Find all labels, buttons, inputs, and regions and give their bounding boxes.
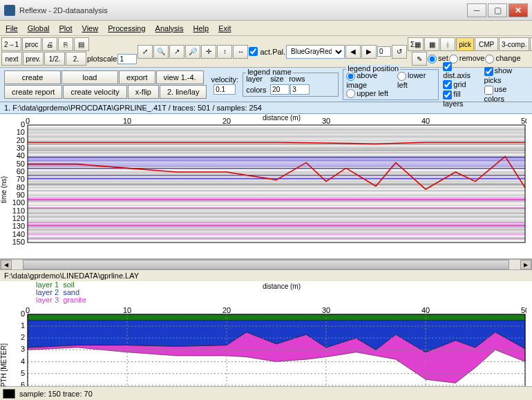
svg-text:20: 20: [222, 306, 231, 314]
window-titlebar: Reflexw - 2D-dataanalysis ─ ▢ ✕: [0, 0, 532, 21]
tool-proc-icon[interactable]: proc: [22, 37, 41, 51]
opt-above[interactable]: above image: [346, 71, 397, 89]
view14-button[interactable]: view 1.-4.: [156, 70, 204, 84]
cmp-button[interactable]: CMP: [475, 37, 498, 51]
copy-icon[interactable]: ⎘: [58, 37, 73, 51]
controls-panel: create load export view 1.-4. create rep…: [0, 68, 532, 102]
cross-icon[interactable]: ✛: [201, 45, 216, 59]
svg-text:10: 10: [123, 306, 131, 314]
app-icon: [4, 5, 15, 16]
palette-right-icon[interactable]: ▶: [361, 45, 377, 59]
chk-distaxis[interactable]: dist.axis: [443, 61, 479, 79]
svg-text:120: 120: [12, 214, 25, 222]
svg-text:0: 0: [21, 309, 25, 318]
grid-icon[interactable]: ▦: [424, 37, 439, 51]
linelay-button[interactable]: 2. line/lay: [160, 85, 207, 99]
palette-offset-input[interactable]: [377, 46, 391, 57]
size-input[interactable]: [270, 84, 289, 95]
svg-text:1: 1: [21, 321, 25, 330]
create-button[interactable]: create: [4, 70, 61, 84]
create-report-button[interactable]: create report: [4, 85, 62, 99]
sum-icon[interactable]: Σ▦: [408, 37, 424, 51]
palette-left-icon[interactable]: ◀: [345, 45, 361, 59]
plotscale-label: plotscale: [87, 55, 117, 63]
doc-icon[interactable]: ▤: [74, 37, 89, 51]
menu-global[interactable]: Global: [28, 24, 50, 32]
colors-label: colors: [246, 86, 269, 94]
svg-text:40: 40: [421, 117, 430, 125]
menu-exit[interactable]: Exit: [218, 24, 231, 32]
menu-plot[interactable]: Plot: [59, 24, 73, 32]
measure-icon[interactable]: ⟊: [440, 37, 455, 51]
pick-button[interactable]: pick: [456, 37, 474, 51]
expand-v-icon[interactable]: ↕: [217, 45, 232, 59]
chart2-xlabel: distance (m): [263, 283, 301, 290]
zoomout-icon[interactable]: 🔎: [185, 45, 200, 59]
svg-text:130: 130: [12, 222, 25, 230]
zoomfit-icon[interactable]: ⤢: [137, 45, 153, 59]
svg-text:4: 4: [21, 357, 25, 365]
chart1-scrollbar[interactable]: ◀▶: [0, 259, 532, 270]
svg-text:30: 30: [322, 306, 330, 314]
legendname-legend: legend name: [246, 68, 293, 76]
actpal-label: act.Pal.: [260, 48, 285, 56]
svg-text:50: 50: [521, 117, 526, 125]
frac-button[interactable]: 1/2.: [44, 52, 65, 66]
chk-showpicks[interactable]: show picks: [484, 66, 528, 84]
next-button[interactable]: next: [1, 52, 22, 66]
svg-text:5: 5: [21, 369, 25, 377]
menu-view[interactable]: View: [82, 24, 99, 32]
expand-h-icon[interactable]: ↔: [233, 45, 248, 59]
opt-lowerleft[interactable]: lower left: [397, 71, 435, 89]
svg-text:10: 10: [123, 117, 131, 125]
maximize-button[interactable]: ▢: [488, 3, 507, 17]
zoomin-icon[interactable]: 🔍: [153, 45, 169, 59]
svg-text:50: 50: [17, 160, 25, 168]
opt-upperleft[interactable]: upper left: [346, 89, 388, 99]
chart1-xlabel: distance (m): [263, 114, 301, 122]
plotscale-input[interactable]: [117, 54, 137, 64]
legendpos-legend: legend position: [346, 64, 400, 73]
chk-grid[interactable]: grid: [443, 80, 479, 90]
create-velocity-button[interactable]: create velocity: [63, 85, 126, 99]
layer-legend: layer 1 soil layer 2 sand layer 3 granit…: [36, 281, 86, 304]
load-button[interactable]: load: [61, 70, 118, 84]
svg-text:140: 140: [12, 230, 25, 238]
minimize-button[interactable]: ─: [467, 3, 486, 17]
export-button[interactable]: export: [119, 70, 155, 84]
actpal-checkbox[interactable]: [249, 47, 258, 56]
close-button[interactable]: ✕: [509, 3, 528, 17]
svg-text:0: 0: [26, 117, 30, 125]
prev-button[interactable]: prev.: [23, 52, 44, 66]
xflip-button[interactable]: x-flip: [128, 85, 159, 99]
menu-analysis[interactable]: Analysis: [155, 24, 184, 32]
chk-filllayers[interactable]: fill layers: [443, 90, 479, 108]
edit-icon[interactable]: ✎: [412, 52, 427, 66]
threecomp-button[interactable]: 3-comp.: [499, 37, 529, 51]
footer-sample-trace: sample: 150 trace: 70: [19, 390, 93, 398]
svg-text:100: 100: [12, 198, 25, 207]
svg-text:0: 0: [21, 120, 25, 128]
depth-plot[interactable]: layer 1 soil layer 2 sand layer 3 granit…: [0, 281, 532, 400]
svg-text:30: 30: [322, 117, 330, 125]
menu-bar: File Global Plot View Processing Analysi…: [0, 21, 532, 36]
menu-file[interactable]: File: [6, 24, 18, 32]
status-bar: sample: 150 trace: 70: [0, 386, 532, 400]
rows-input[interactable]: [290, 84, 310, 95]
two-button[interactable]: 2.: [66, 52, 86, 66]
palette-combo[interactable]: BlueGrayRed: [286, 45, 345, 59]
reset-icon[interactable]: ↺: [392, 45, 407, 59]
opt-change[interactable]: change: [485, 54, 520, 64]
svg-text:70: 70: [17, 175, 25, 183]
velocity-input[interactable]: [213, 84, 236, 95]
velocity-label: velocity:: [211, 75, 238, 84]
menu-help[interactable]: Help: [193, 24, 209, 32]
print-icon[interactable]: 🖨: [42, 37, 57, 51]
chk-usecolors[interactable]: use colors: [484, 85, 528, 103]
menu-processing[interactable]: Processing: [108, 24, 145, 32]
radargram-plot[interactable]: 0102030405001020304050607080901001101201…: [0, 114, 532, 259]
arrow-out-icon[interactable]: ↗: [169, 45, 184, 59]
svg-text:110: 110: [12, 207, 25, 215]
svg-text:2: 2: [21, 333, 25, 341]
tool-2to1-icon[interactable]: 2→1: [1, 37, 21, 51]
